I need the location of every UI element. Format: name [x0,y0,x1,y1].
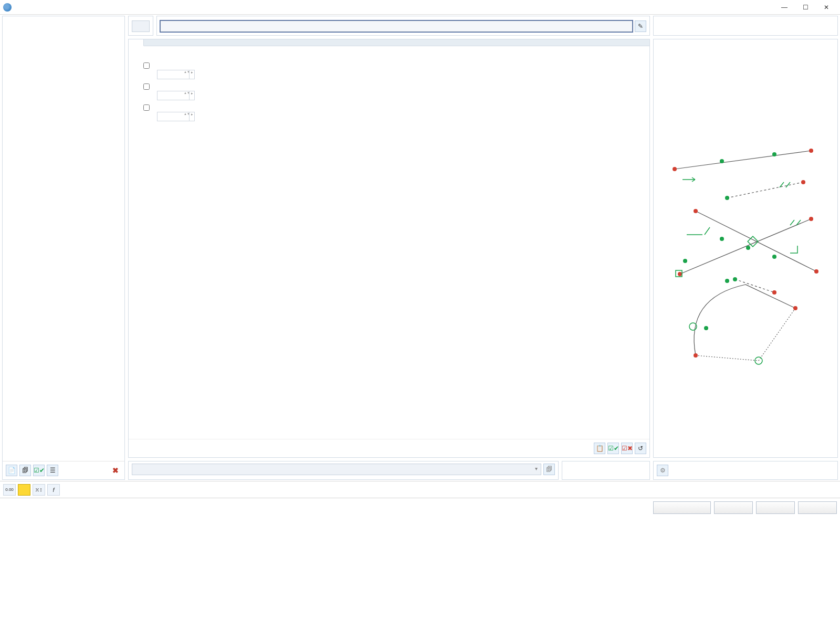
svg-point-25 [801,180,805,184]
svg-point-13 [683,259,687,263]
sub-rel-spinner[interactable]: ▲▼▸ [157,112,195,121]
tab-basis[interactable] [129,39,144,46]
apply-button[interactable] [798,501,837,514]
preview-label [654,39,837,44]
options-check-all-button[interactable]: ☑✔ [607,443,619,454]
preview-settings-panel: ⚙ [653,461,838,480]
title-bar: — ☐ ✕ [0,0,840,15]
svg-line-2 [680,219,811,274]
svg-point-19 [694,209,698,213]
preview-settings-button[interactable]: ⚙ [657,465,668,476]
svg-point-15 [725,279,729,283]
svg-point-22 [809,217,813,221]
bottom-placeholder-panel [562,461,650,480]
name-field[interactable] [160,20,633,32]
svg-line-0 [675,151,811,169]
svg-point-23 [694,353,698,358]
sub-abs-checkbox[interactable] [143,83,150,90]
name-edit-button[interactable]: ✎ [635,20,646,32]
svg-line-4 [696,355,759,361]
svg-point-20 [814,269,818,274]
svg-point-26 [772,290,776,295]
list-delete-button[interactable]: ✖ [110,465,121,476]
options-label [129,46,649,51]
tab-bar [129,39,649,46]
list-new-button[interactable]: 📄 [6,465,17,476]
svg-point-12 [725,196,729,200]
ok-button[interactable] [714,501,753,514]
app-icon [3,3,12,12]
sb-units-button[interactable]: 𝚡↕ [33,484,45,496]
list-header [3,16,124,20]
object-snap-list[interactable] [3,20,124,461]
preview-panel [653,39,838,458]
comment-combobox[interactable] [132,464,541,475]
window-minimize-button[interactable]: — [774,1,795,14]
svg-point-11 [772,255,776,259]
sub-parts-spinner[interactable]: ▲▼▸ [157,70,195,79]
window-close-button[interactable]: ✕ [816,1,837,14]
svg-point-9 [720,237,724,241]
comment-panel: 🗐 [128,461,559,480]
svg-point-8 [772,152,776,156]
sub-rel-row [134,104,644,111]
options-panel: ▲▼▸ ▲▼▸ [128,39,650,458]
options-reset-button[interactable]: ↺ [635,443,646,454]
svg-line-5 [759,308,795,361]
fraction-icon [134,62,140,69]
sub-abs-row [134,83,644,90]
svg-point-17 [673,167,677,171]
sb-color-button[interactable] [18,484,30,496]
sub-abs-value[interactable] [158,91,184,100]
svg-point-16 [733,277,737,281]
list-sort-button[interactable]: ☰ [47,465,58,476]
percent-icon [134,104,140,111]
nr-field[interactable] [132,20,150,32]
svg-point-7 [720,159,724,163]
options-copy-button[interactable]: 📋 [594,443,605,454]
ok-active-button[interactable] [653,501,711,514]
svg-line-1 [696,211,816,271]
svg-line-3 [727,182,803,198]
svg-point-21 [678,272,682,276]
sub-rel-value[interactable] [158,112,184,121]
list-duplicate-button[interactable]: 🗐 [19,465,31,476]
svg-point-24 [793,306,797,310]
name-panel: ✎ [156,16,650,36]
svg-point-14 [704,326,708,330]
distance-icon [134,83,140,90]
sub-abs-spinner[interactable]: ▲▼▸ [157,91,195,100]
nr-panel [128,16,153,36]
sub-parts-value[interactable] [158,70,184,79]
svg-point-10 [746,246,750,250]
cancel-button[interactable] [756,501,795,514]
dialog-footer [0,498,840,517]
options-uncheck-all-button[interactable]: ☑✖ [621,443,633,454]
sub-parts-row [134,62,644,69]
sb-precision-button[interactable]: 0.00 [3,484,16,496]
sub-rel-checkbox[interactable] [143,104,150,111]
sub-parts-checkbox[interactable] [143,62,150,69]
svg-point-18 [809,149,813,153]
list-check-all-button[interactable]: ☑✔ [33,465,45,476]
list-panel: 📄 🗐 ☑✔ ☰ ✖ [2,16,125,480]
preview-canvas [654,44,837,457]
sb-function-button[interactable]: f [47,484,60,496]
top-placeholder-panel [653,16,838,36]
statusbar: 0.00 𝚡↕ f [0,481,840,498]
window-maximize-button[interactable]: ☐ [795,1,816,14]
comment-import-button[interactable]: 🗐 [543,464,555,475]
